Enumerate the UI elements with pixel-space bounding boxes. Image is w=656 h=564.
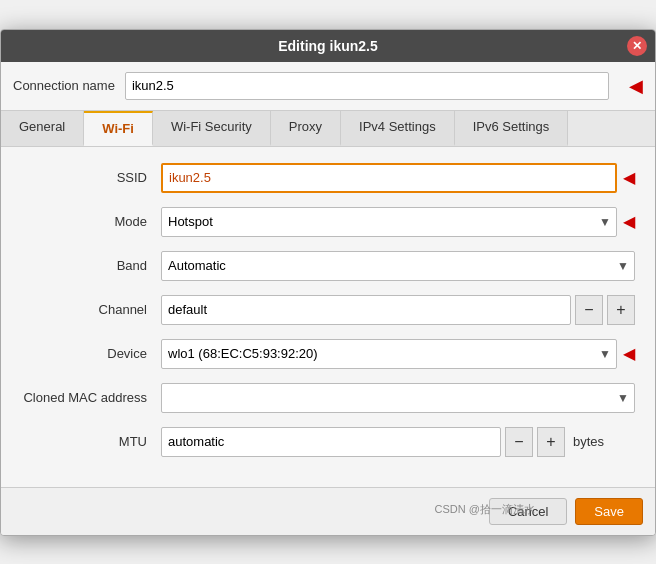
window-body: Connection name ◀ General Wi-Fi Wi-Fi Se… — [1, 62, 655, 535]
channel-plus-icon: + — [616, 301, 625, 319]
mtu-row: MTU − + bytes — [21, 427, 635, 457]
main-window: Editing ikun2.5 ✕ Connection name ◀ Gene… — [0, 29, 656, 536]
ssid-row: SSID ◀ — [21, 163, 635, 193]
mtu-plus-button[interactable]: + — [537, 427, 565, 457]
tab-wifi[interactable]: Wi-Fi — [84, 111, 153, 146]
close-button[interactable]: ✕ — [627, 36, 647, 56]
connection-name-label: Connection name — [13, 78, 115, 93]
device-field: wlo1 (68:EC:C5:93:92:20) ▼ ◀ — [161, 339, 635, 369]
tab-general[interactable]: General — [1, 111, 84, 146]
wifi-tab-content: SSID ◀ Mode Hotspot Infrastructure Ad-ho… — [1, 147, 655, 487]
device-row: Device wlo1 (68:EC:C5:93:92:20) ▼ ◀ — [21, 339, 635, 369]
mtu-label: MTU — [21, 434, 161, 449]
connection-name-input[interactable] — [125, 72, 609, 100]
channel-plus-button[interactable]: + — [607, 295, 635, 325]
close-icon: ✕ — [632, 39, 642, 53]
cloned-mac-label: Cloned MAC address — [21, 390, 161, 405]
mtu-field: − + bytes — [161, 427, 635, 457]
mode-select-wrapper: Hotspot Infrastructure Ad-hoc AP ▼ — [161, 207, 617, 237]
ssid-input[interactable] — [161, 163, 617, 193]
band-select[interactable]: Automatic A (5 GHz) B/G (2.4 GHz) — [161, 251, 635, 281]
connection-name-row: Connection name ◀ — [1, 62, 655, 110]
tab-ipv6[interactable]: IPv6 Settings — [455, 111, 569, 146]
ssid-label: SSID — [21, 170, 161, 185]
mode-field: Hotspot Infrastructure Ad-hoc AP ▼ ◀ — [161, 207, 635, 237]
ssid-field: ◀ — [161, 163, 635, 193]
footer: CSDN @拾一滴清水 Cancel Save — [1, 487, 655, 535]
channel-minus-icon: − — [584, 301, 593, 319]
channel-input[interactable] — [161, 295, 571, 325]
ssid-arrow: ◀ — [623, 168, 635, 187]
channel-minus-button[interactable]: − — [575, 295, 603, 325]
titlebar: Editing ikun2.5 ✕ — [1, 30, 655, 62]
band-select-wrapper: Automatic A (5 GHz) B/G (2.4 GHz) ▼ — [161, 251, 635, 281]
mtu-plus-icon: + — [546, 433, 555, 451]
save-button[interactable]: Save — [575, 498, 643, 525]
channel-row: Channel − + — [21, 295, 635, 325]
tab-proxy[interactable]: Proxy — [271, 111, 341, 146]
channel-label: Channel — [21, 302, 161, 317]
tabs-bar: General Wi-Fi Wi-Fi Security Proxy IPv4 … — [1, 110, 655, 147]
cloned-mac-select[interactable] — [161, 383, 635, 413]
device-arrow: ◀ — [623, 344, 635, 363]
mtu-minus-icon: − — [514, 433, 523, 451]
device-label: Device — [21, 346, 161, 361]
cloned-mac-select-wrapper: ▼ — [161, 383, 635, 413]
device-select[interactable]: wlo1 (68:EC:C5:93:92:20) — [161, 339, 617, 369]
cloned-mac-field: ▼ — [161, 383, 635, 413]
device-select-wrapper: wlo1 (68:EC:C5:93:92:20) ▼ — [161, 339, 617, 369]
mtu-minus-button[interactable]: − — [505, 427, 533, 457]
mode-row: Mode Hotspot Infrastructure Ad-hoc AP ▼ … — [21, 207, 635, 237]
mtu-input[interactable] — [161, 427, 501, 457]
band-row: Band Automatic A (5 GHz) B/G (2.4 GHz) ▼ — [21, 251, 635, 281]
channel-field: − + — [161, 295, 635, 325]
mode-label: Mode — [21, 214, 161, 229]
tab-wifi-security[interactable]: Wi-Fi Security — [153, 111, 271, 146]
cloned-mac-row: Cloned MAC address ▼ — [21, 383, 635, 413]
band-label: Band — [21, 258, 161, 273]
mode-select[interactable]: Hotspot Infrastructure Ad-hoc AP — [161, 207, 617, 237]
connection-name-arrow: ◀ — [629, 75, 643, 97]
tab-ipv4[interactable]: IPv4 Settings — [341, 111, 455, 146]
mtu-unit-label: bytes — [573, 434, 604, 449]
mode-arrow: ◀ — [623, 212, 635, 231]
watermark: CSDN @拾一滴清水 — [435, 502, 535, 517]
window-title: Editing ikun2.5 — [278, 38, 378, 54]
band-field: Automatic A (5 GHz) B/G (2.4 GHz) ▼ — [161, 251, 635, 281]
